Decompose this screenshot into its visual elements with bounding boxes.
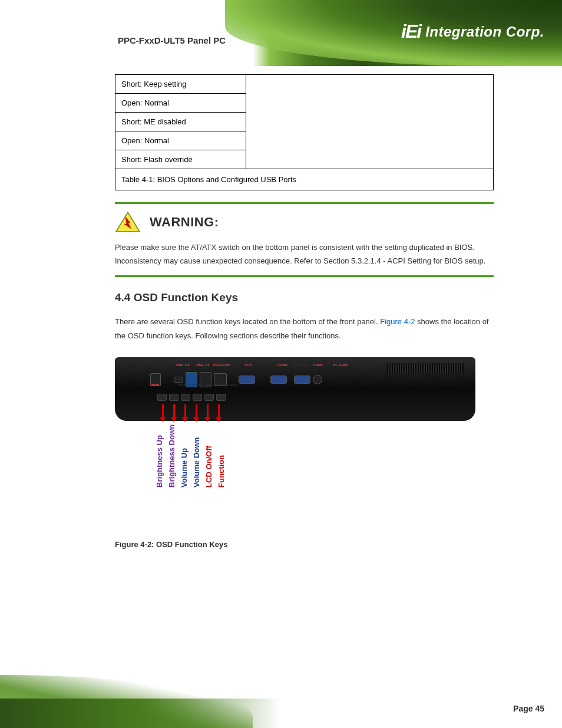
table-caption: Table 4-1: BIOS Options and Configured U…: [115, 169, 494, 190]
warning-text: Please make sure the AT/ATX switch on th…: [115, 241, 494, 268]
port-label-reset: RESET: [178, 383, 190, 387]
port-panel: USB 3.0 USB 2.0 RS422/485 HDMI VGA COM2 …: [150, 368, 439, 391]
callout-function: Function: [217, 424, 228, 489]
section-heading: 4.4 OSD Function Keys: [115, 291, 494, 304]
hdmi-port: [174, 377, 183, 383]
logo-text: Integration Corp.: [425, 24, 544, 40]
port-label-rs422: RS422/485: [213, 363, 230, 367]
osd-btn-volume-up: [181, 394, 190, 401]
arrow-icon: [203, 404, 211, 422]
osd-btn-function: [216, 394, 226, 401]
callout-volume-up: Volume Up: [180, 424, 191, 489]
body-text-span: There are several OSD function keys loca…: [115, 317, 380, 326]
osd-btn-brightness-up: [157, 394, 167, 401]
port-label-ktype: K-TYPE: [294, 363, 307, 367]
port-label-hdmi: HDMI: [150, 383, 159, 387]
com2-port: [270, 375, 287, 384]
arrow-icon: [158, 404, 167, 422]
warning-icon: [115, 211, 141, 233]
port-label-at: AT: [207, 383, 211, 387]
port-label-usb30: USB 3.0: [176, 363, 190, 367]
footer-band: Page 45: [0, 663, 562, 728]
port-label-usb20: USB 2.0: [196, 363, 210, 367]
page-number: Page 45: [513, 704, 544, 713]
osd-btn-lcd-onoff: [204, 394, 214, 401]
port-label-com1: COM1: [313, 363, 323, 367]
com1-port: [294, 375, 310, 384]
body-text: There are several OSD function keys loca…: [115, 315, 494, 343]
callout-arrows: [158, 404, 223, 422]
doc-title: PPC-FxxD-ULT5 Panel PC: [118, 35, 226, 45]
warning-title: WARNING:: [150, 215, 219, 230]
logo: iEi Integration Corp.: [401, 21, 544, 42]
osd-buttons: [157, 394, 226, 401]
table-cell: Short: Keep setting: [115, 75, 246, 94]
arrow-icon: [170, 404, 178, 422]
dc-port: [313, 375, 322, 384]
logo-brand: iEi: [401, 21, 421, 42]
port-label-com2: COM2: [277, 363, 287, 367]
callout-brightness-down: Brightness Down: [167, 424, 178, 489]
bios-options-table: Short: Keep setting Open: Normal Short: …: [115, 74, 494, 190]
port-label-vga: VGA: [244, 363, 252, 367]
table-cell-right: [246, 75, 494, 169]
callout-labels: Brightness Up Brightness Down Volume Up …: [155, 424, 228, 489]
product-figure: USB 3.0 USB 2.0 RS422/485 HDMI VGA COM2 …: [115, 357, 477, 528]
arrow-icon: [214, 404, 223, 422]
footer-graphic-2: [0, 699, 281, 728]
arrow-icon: [181, 404, 189, 422]
table-cell: Open: Normal: [115, 94, 246, 113]
header-band: iEi Integration Corp.: [0, 0, 562, 66]
port-label-dc: DC 9-36V: [333, 363, 348, 367]
figure-caption: Figure 4-2: OSD Function Keys: [115, 540, 494, 549]
osd-btn-volume-down: [193, 394, 202, 401]
callout-lcd-onoff: LCD On/Off: [204, 424, 216, 489]
callout-volume-down: Volume Down: [192, 424, 203, 489]
table-cell: Short: Flash override: [115, 150, 246, 169]
warning-header: WARNING:: [115, 211, 494, 233]
content-area: Short: Keep setting Open: Normal Short: …: [115, 74, 494, 549]
port-label-arx: ARX: [193, 383, 200, 387]
port-label-clear: CLEAR: [226, 383, 238, 387]
table-cell: Open: Normal: [115, 131, 246, 150]
warning-block: WARNING: Please make sure the AT/ATX swi…: [115, 202, 494, 277]
figure-link[interactable]: Figure 4-2: [380, 317, 415, 326]
arrow-icon: [192, 404, 200, 422]
table-cell: Short: ME disabled: [115, 113, 246, 131]
vga-port: [239, 375, 255, 384]
port-label-keep: KEEP: [214, 383, 223, 387]
callout-brightness-up: Brightness Up: [155, 424, 166, 489]
osd-btn-brightness-down: [169, 394, 178, 401]
